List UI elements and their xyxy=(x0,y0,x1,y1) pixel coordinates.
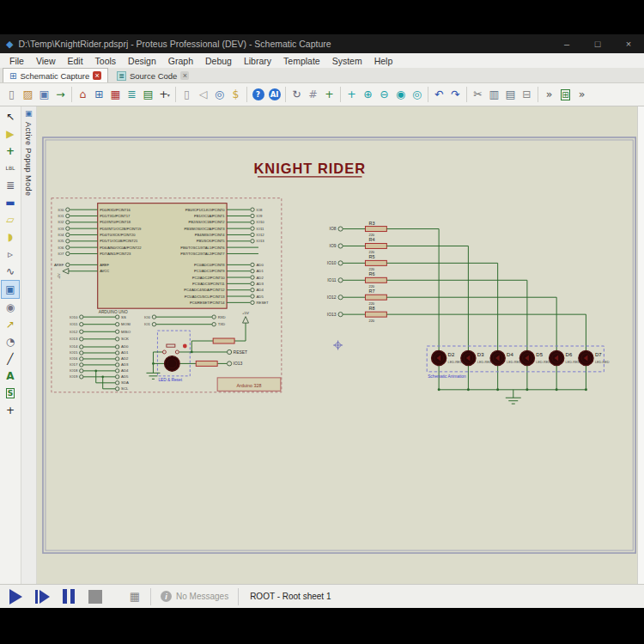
proteus-ai-button[interactable]: AI xyxy=(266,86,283,104)
tab-source-code[interactable]: ≣ Source Code × xyxy=(111,69,195,82)
cursor-tool-button[interactable]: +▾ xyxy=(156,86,173,104)
terminal-IO2[interactable]: IO2PD2/INT0/PCINT18 xyxy=(58,220,131,224)
ground-rail[interactable] xyxy=(439,390,586,404)
spi-row-SCK[interactable]: IO13SCK xyxy=(70,337,129,341)
arduino-module[interactable]: ARDUINO UNO IO0PD0/RXD/PCINT16IO1PD1/TXD… xyxy=(52,198,282,392)
terminal-IO6[interactable]: IO6PD6/AIN0/OC0A/PCINT22 xyxy=(58,246,142,250)
resistor-R4[interactable]: IO9R4220 xyxy=(329,237,468,350)
schematic-title[interactable]: KNIGHT RIDER xyxy=(253,161,366,176)
terminal-AD3[interactable]: AD3PC3/ADC3/PCINT11 xyxy=(192,282,264,286)
menu-file[interactable]: File xyxy=(3,56,30,66)
new-project-button[interactable]: ▯ xyxy=(3,86,20,104)
tab-schematic-capture[interactable]: ⊞ Schematic Capture × xyxy=(3,68,108,82)
reset-resistor[interactable] xyxy=(213,338,234,343)
led-reset-module[interactable]: +5V RESET IO13 LED & Reset xyxy=(146,311,249,382)
resistor-R3[interactable]: IO8R3220 xyxy=(329,221,439,351)
find-component-button[interactable]: ◎ xyxy=(211,86,228,104)
toggle-grid-button[interactable]: # xyxy=(305,86,321,104)
button-actuator-icon[interactable] xyxy=(183,344,187,349)
resistor-R8[interactable]: IO13R8220 xyxy=(327,306,586,350)
led-D7[interactable]: D7LED-RED xyxy=(579,350,610,391)
zoom-out-button[interactable]: ⊖ xyxy=(376,86,392,104)
2d-marker-mode-button[interactable]: + xyxy=(2,402,19,419)
terminal-AREF[interactable]: AREFAREF xyxy=(54,263,110,267)
terminal-AD1[interactable]: AD1PC1/ADC1/PCINT9 xyxy=(194,269,264,273)
junction-dot-mode-button[interactable]: + xyxy=(2,143,19,160)
io13-terminal[interactable] xyxy=(227,361,231,366)
pan-view-button[interactable]: + xyxy=(343,86,360,104)
schematic-capture-view-button[interactable]: ⊞ xyxy=(91,86,107,104)
bill-of-materials-button[interactable]: $ xyxy=(228,86,244,104)
analog-row-AD2[interactable]: IO16AD2 xyxy=(70,356,129,361)
menu-view[interactable]: View xyxy=(30,56,62,66)
close-tab-icon[interactable]: × xyxy=(180,71,189,80)
close-tab-icon[interactable]: × xyxy=(93,71,101,80)
minimize-button[interactable]: – xyxy=(551,34,582,53)
led-D6[interactable]: D6LED-RED xyxy=(549,350,580,391)
pin-stub[interactable]: PB6/TOSC1/XTAL1/PCINT6 xyxy=(180,246,258,250)
menu-library[interactable]: Library xyxy=(238,56,277,66)
spi-row-MISO[interactable]: IO12MISO xyxy=(70,330,131,334)
analog-row-AD4[interactable]: IO18AD4 xyxy=(70,368,129,373)
device-pins-mode-button[interactable]: ▹ xyxy=(2,246,19,263)
component-browser-button[interactable]: ⊞ xyxy=(557,86,574,104)
subcircuit-mode-button[interactable]: ▱ xyxy=(2,211,19,228)
redraw-display-button[interactable]: ↻ xyxy=(289,86,305,104)
save-project-button[interactable]: ▣ xyxy=(36,86,52,104)
terminal-IO9[interactable]: IO9PB1/OC1A/PCINT1 xyxy=(194,214,263,218)
copy-button[interactable]: ▥ xyxy=(486,86,502,104)
source-code-view-button[interactable]: ≣ xyxy=(124,86,140,104)
2d-text-mode-button[interactable]: A xyxy=(2,368,19,385)
terminal-AD4[interactable]: AD4PC4/ADC4/SDA/PCINT12 xyxy=(184,288,264,292)
component-mode-button[interactable]: ▶ xyxy=(2,125,19,143)
popup-window-icon[interactable]: ▣ xyxy=(25,109,33,118)
paste-button[interactable]: ▤ xyxy=(502,86,519,104)
led-D3[interactable]: D3LED-RED xyxy=(461,350,492,391)
pcb-layout-view-button[interactable]: ▦ xyxy=(107,86,124,104)
speaker-button[interactable]: ◁ xyxy=(195,86,211,104)
step-button[interactable] xyxy=(31,586,53,606)
terminal-IO4[interactable]: IO4PD4/T0/XCK/PCINT20 xyxy=(58,233,136,237)
home-page-button[interactable]: ⌂ xyxy=(75,86,91,104)
maximize-button[interactable]: □ xyxy=(582,34,613,53)
terminal-AD0[interactable]: AD0PC0/ADC0/PCINT8 xyxy=(194,263,264,267)
terminal-AD5[interactable]: AD5PC5/ADC5/SCL/PCINT13 xyxy=(185,295,264,299)
2d-symbol-mode-button[interactable]: S xyxy=(2,385,19,402)
reset-terminal[interactable] xyxy=(227,349,231,354)
menu-debug[interactable]: Debug xyxy=(199,56,238,66)
menu-graph[interactable]: Graph xyxy=(162,56,199,66)
menu-edit[interactable]: Edit xyxy=(62,56,89,66)
terminal-AD2[interactable]: AD2PC2/ADC2/PCINT10 xyxy=(192,276,264,280)
wire-label-mode-button[interactable]: LBL xyxy=(2,160,19,177)
selection-mode-button[interactable]: ↖ xyxy=(2,108,19,125)
toolbar-overflow-2-button[interactable]: » xyxy=(574,86,590,104)
graph-mode-button[interactable]: ∿ xyxy=(2,263,19,280)
block-edit-button[interactable]: ⊟ xyxy=(519,86,535,104)
resistor-R5[interactable]: IO10R5220 xyxy=(327,254,498,350)
analog-row-AD0[interactable]: IO14AD0 xyxy=(70,344,129,349)
serial-row-RXD[interactable]: IO0RXD xyxy=(144,315,226,319)
led-D5[interactable]: D5LED-RED xyxy=(519,350,550,391)
cut-button[interactable]: ✂ xyxy=(470,86,486,104)
spi-row-MOSI[interactable]: IO11MOSI xyxy=(70,322,131,326)
terminal-RESET[interactable]: RESETPC6/RESET/PCINT14 xyxy=(190,301,269,305)
zoom-area-button[interactable]: ◉ xyxy=(392,86,409,104)
serial-row-TXD[interactable]: IO1TXD xyxy=(144,322,225,326)
text-script-mode-button[interactable]: ≣ xyxy=(2,177,19,194)
toolbar-overflow-button[interactable]: » xyxy=(541,86,557,104)
close-button[interactable]: × xyxy=(613,34,644,53)
led-resistor[interactable] xyxy=(196,361,217,366)
resistor-R7[interactable]: IO12R7220 xyxy=(327,289,556,350)
schematic-canvas[interactable]: KNIGHT RIDER ARDUINO UNO IO0PD0/RXD/PCIN… xyxy=(37,106,637,584)
led-D4[interactable]: D4LED-RED xyxy=(490,350,521,391)
menu-tools[interactable]: Tools xyxy=(89,56,123,66)
pause-button[interactable] xyxy=(58,586,80,606)
open-project-button[interactable]: ▨ xyxy=(20,86,36,104)
menu-design[interactable]: Design xyxy=(122,56,162,66)
terminal-IO0[interactable]: IO0PD0/RXD/PCINT16 xyxy=(58,208,131,212)
generator-mode-button[interactable]: ◉ xyxy=(2,299,19,316)
active-popup-mode-button[interactable]: ▣ xyxy=(1,280,20,299)
terminal-IO11[interactable]: IO11PB3/MOSI/OC2A/PCINT3 xyxy=(184,227,264,231)
analog-row-AD3[interactable]: IO17AD3 xyxy=(70,362,129,367)
pin-stub[interactable]: PB7/TOSC2/XTAL2/PCINT7 xyxy=(180,252,258,256)
